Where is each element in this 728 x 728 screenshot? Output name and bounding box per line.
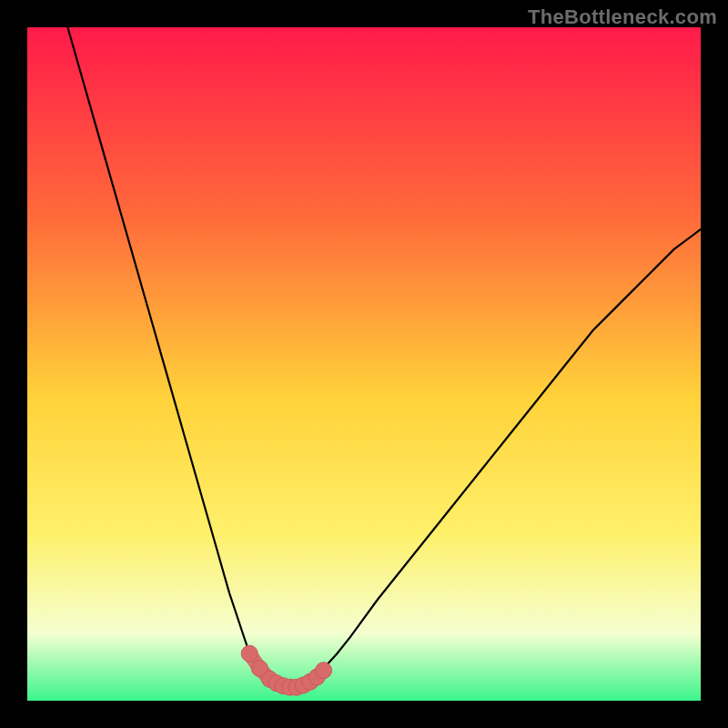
chart-svg — [27, 27, 701, 701]
svg-point-10 — [316, 662, 332, 679]
watermark-text: TheBottleneck.com — [528, 5, 717, 29]
outer-frame: TheBottleneck.com — [0, 0, 728, 728]
plot-area — [27, 27, 701, 701]
gradient-background — [27, 27, 701, 701]
svg-point-0 — [241, 645, 258, 662]
